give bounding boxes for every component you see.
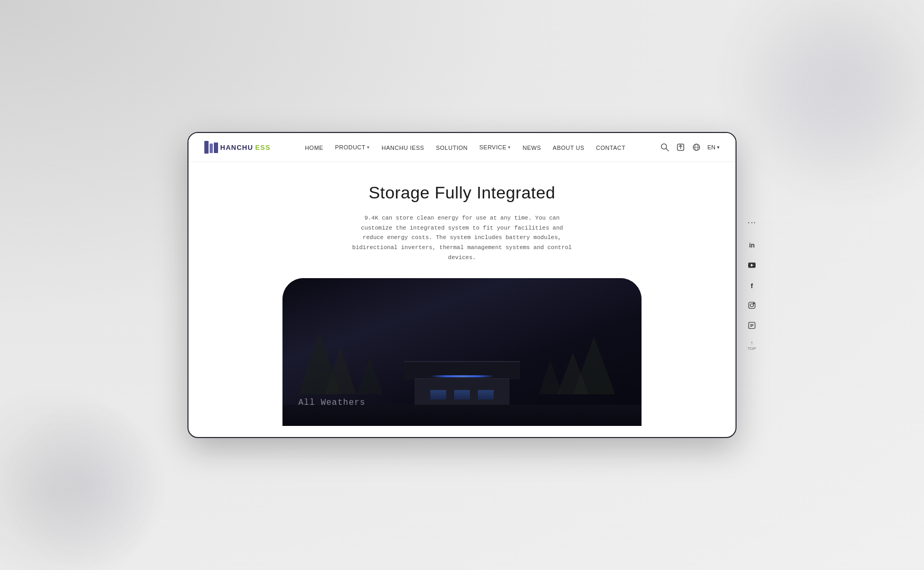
search-icon[interactable] [660, 142, 670, 152]
ground [282, 405, 642, 426]
light-block-3 [478, 390, 494, 400]
main-content: Storage Fully Integrated 9.4K can store … [188, 162, 736, 426]
globe-icon[interactable] [692, 142, 701, 152]
nav-link-contact[interactable]: CONTACT [596, 145, 626, 151]
browser-frame: HANCHU ESS HOME PRODUCT HANCHU IESS SOLU… [187, 132, 737, 438]
scroll-top-button[interactable]: ↑ TOP [748, 340, 756, 351]
nav-item-news[interactable]: NEWS [523, 142, 541, 152]
hero-image-inner: All Weathers [282, 278, 642, 426]
upload-icon[interactable] [676, 142, 685, 152]
nav-links: HOME PRODUCT HANCHU IESS SOLUTION SERVIC… [305, 142, 625, 152]
logo-block-2 [210, 144, 213, 153]
hero-image: All Weathers [282, 278, 642, 426]
building-lights [430, 390, 494, 400]
share-icon[interactable] [746, 320, 758, 331]
light-block-1 [430, 390, 446, 400]
svg-point-10 [750, 304, 753, 307]
svg-line-1 [666, 149, 668, 151]
nav-link-solution[interactable]: SOLUTION [436, 145, 467, 151]
nav-item-solution[interactable]: SOLUTION [436, 142, 467, 152]
bg-decoration-top [739, 0, 924, 185]
hero-title: Storage Fully Integrated [199, 183, 725, 203]
svg-point-11 [753, 303, 755, 304]
bg-decoration-bottom [0, 401, 169, 570]
building [404, 363, 520, 405]
overlay-text: All Weathers [298, 398, 365, 407]
linkedin-icon[interactable]: in [746, 240, 758, 251]
nav-link-service[interactable]: SERVICE [479, 144, 511, 150]
light-block-2 [454, 390, 470, 400]
hero-description: 9.4K can store clean energy for use at a… [351, 213, 573, 262]
nav-link-news[interactable]: NEWS [523, 145, 541, 151]
youtube-icon[interactable] [746, 260, 758, 271]
nav-item-service[interactable]: SERVICE [479, 144, 511, 150]
logo-icon [204, 141, 218, 154]
tree-mid-right [539, 360, 562, 394]
tree-mid-left [356, 357, 383, 394]
navbar: HANCHU ESS HOME PRODUCT HANCHU IESS SOLU… [188, 133, 736, 162]
nav-item-contact[interactable]: CONTACT [596, 142, 626, 152]
nav-icons: EN [660, 142, 720, 152]
language-button[interactable]: EN [708, 144, 720, 150]
logo[interactable]: HANCHU ESS [204, 141, 270, 154]
page-wrapper: HANCHU ESS HOME PRODUCT HANCHU IESS SOLU… [187, 132, 737, 438]
nav-link-product[interactable]: PRODUCT [335, 144, 370, 150]
nav-item-hanchu-iess[interactable]: HANCHU IESS [382, 142, 425, 152]
instagram-icon[interactable] [746, 300, 758, 311]
nav-item-about[interactable]: ABOUT US [553, 142, 584, 152]
logo-text-hanchu: HANCHU [220, 144, 253, 151]
facebook-icon[interactable]: f [746, 280, 758, 291]
logo-block-3 [214, 142, 218, 153]
nav-link-home[interactable]: HOME [305, 145, 323, 151]
panel-toggle[interactable]: ⋮ [748, 220, 756, 227]
logo-text-iess: ESS [255, 144, 270, 151]
nav-item-product[interactable]: PRODUCT [335, 144, 370, 150]
right-panel: ⋮ in f [746, 220, 758, 351]
nav-link-about[interactable]: ABOUT US [553, 145, 584, 151]
nav-item-home[interactable]: HOME [305, 142, 323, 152]
logo-block-1 [204, 141, 209, 154]
nav-link-hanchu-iess[interactable]: HANCHU IESS [382, 145, 425, 151]
building-window-strip [430, 375, 494, 377]
